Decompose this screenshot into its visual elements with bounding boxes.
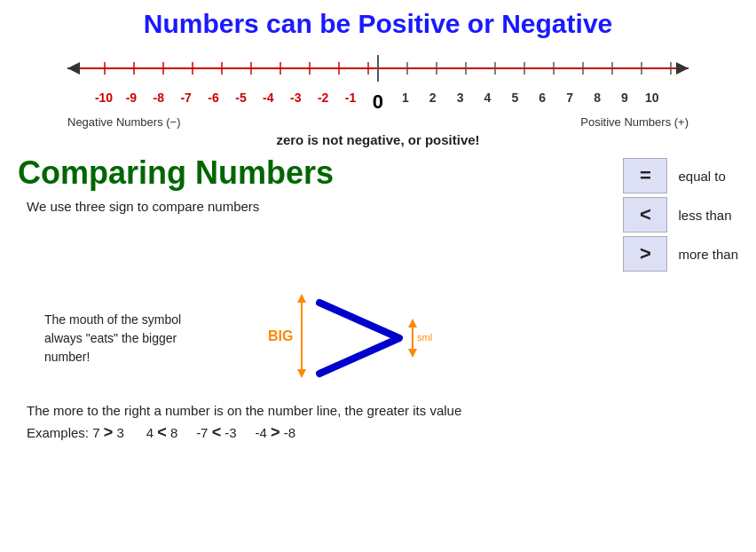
num-5: 5 (503, 91, 526, 114)
zero-note: zero is not negative, or positive! (18, 132, 738, 147)
svg-marker-26 (297, 369, 306, 378)
num-6: 6 (531, 91, 554, 114)
mouth-diagram: BIG sml (240, 289, 435, 387)
number-line-svg (50, 46, 706, 91)
equal-symbol-box: = (623, 158, 667, 193)
mouth-text: The mouth of the symbol always "eats" th… (44, 311, 213, 367)
comparing-title: Comparing Numbers (18, 154, 605, 192)
symbol-row-more: > more than (623, 236, 738, 272)
examples-text: Examples: 7 > 3 4 < 8 -7 < -3 -4 > -8 (27, 423, 738, 442)
svg-marker-29 (408, 319, 417, 327)
ex-greater2: > (271, 423, 280, 441)
svg-marker-1 (67, 62, 80, 75)
mouth-section: The mouth of the symbol always "eats" th… (44, 289, 738, 387)
comparing-section: Comparing Numbers We use three sign to c… (18, 154, 738, 272)
comparing-right: = equal to < less than > more than (623, 158, 738, 272)
num-minus1: -1 (339, 91, 362, 114)
num-minus8: -8 (147, 91, 170, 114)
svg-text:sml: sml (417, 332, 432, 343)
ex-greater1: > (104, 423, 114, 441)
more-symbol-box: > (623, 236, 667, 272)
num-2: 2 (421, 91, 445, 114)
num-1: 1 (394, 91, 417, 114)
ex-less2: < (212, 423, 222, 441)
num-9: 9 (613, 91, 636, 114)
mouth-diagram-svg: BIG sml (240, 289, 435, 387)
less-symbol-box: < (623, 197, 667, 233)
num-8: 8 (586, 91, 609, 114)
num-3: 3 (449, 91, 472, 114)
num-7: 7 (558, 91, 581, 114)
ex-less1: < (157, 423, 167, 441)
more-desc: more than (678, 247, 738, 262)
symbol-row-less: < less than (623, 197, 738, 233)
svg-marker-30 (408, 349, 417, 358)
num-minus3: -3 (284, 91, 307, 114)
num-minus6: -6 (202, 91, 225, 114)
main-title: Numbers can be Positive or Negative (18, 9, 738, 39)
num-minus5: -5 (229, 91, 252, 114)
comparing-subtitle: We use three sign to compare numbers (27, 199, 605, 214)
num-zero: 0 (366, 91, 390, 114)
num-minus9: -9 (120, 91, 143, 114)
num-minus2: -2 (311, 91, 335, 114)
symbol-row-equal: = equal to (623, 158, 738, 193)
equal-desc: equal to (678, 169, 725, 184)
negative-numbers-label: Negative Numbers (−) (67, 115, 181, 129)
num-4: 4 (476, 91, 499, 114)
svg-text:BIG: BIG (268, 328, 293, 343)
comparing-left: Comparing Numbers We use three sign to c… (18, 154, 605, 214)
less-desc: less than (678, 208, 731, 223)
positive-numbers-label: Positive Numbers (+) (580, 115, 689, 129)
svg-marker-2 (676, 62, 689, 75)
num-minus4: -4 (256, 91, 280, 114)
num-minus7: -7 (175, 91, 198, 114)
bottom-text: The more to the right a number is on the… (27, 403, 738, 418)
num-10: 10 (641, 91, 664, 114)
num-minus10: -10 (92, 91, 115, 114)
number-line-section: -10 -9 -8 -7 -6 -5 -4 -3 -2 -1 0 1 2 3 4… (18, 46, 738, 147)
svg-marker-25 (297, 294, 306, 303)
